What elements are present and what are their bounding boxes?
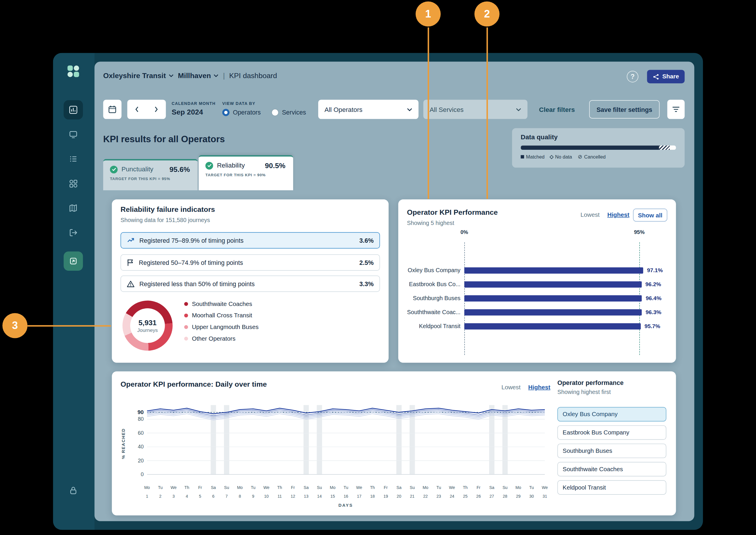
chevron-down-icon bbox=[214, 74, 219, 77]
kpi-bar[interactable] bbox=[464, 295, 642, 301]
operators-radio[interactable]: Operators bbox=[222, 109, 261, 116]
operator-item-oxley[interactable]: Oxley Bus Company bbox=[558, 407, 666, 422]
failure-row-under-50[interactable]: Registered less than 50% of timing point… bbox=[120, 276, 380, 292]
svg-text:21: 21 bbox=[410, 494, 415, 498]
donut-legend-item: Moorhall Cross Transit bbox=[184, 312, 252, 319]
operator-item-souththwaite[interactable]: Souththwaite Coaches bbox=[558, 462, 666, 476]
services-dropdown[interactable]: All Services bbox=[423, 100, 527, 119]
kpi-bar[interactable] bbox=[464, 309, 642, 315]
tab-value: 95.6% bbox=[169, 165, 191, 173]
sidebar-item-list[interactable] bbox=[64, 149, 83, 168]
services-radio[interactable]: Services bbox=[271, 109, 306, 116]
panel-subtitle: Showing highest first bbox=[558, 389, 611, 395]
list-icon bbox=[69, 154, 78, 164]
filter-icon bbox=[672, 106, 680, 113]
save-filter-settings-button[interactable]: Save filter settings bbox=[589, 100, 659, 119]
svg-text:3: 3 bbox=[172, 494, 175, 498]
failure-row-value: 3.6% bbox=[359, 237, 374, 244]
svg-text:Mo: Mo bbox=[237, 485, 243, 490]
svg-text:Th: Th bbox=[184, 485, 189, 490]
svg-text:15: 15 bbox=[330, 494, 335, 498]
svg-text:Su: Su bbox=[410, 485, 415, 490]
trend-up-icon bbox=[127, 237, 135, 244]
svg-text:Su: Su bbox=[502, 485, 507, 490]
sort-lowest[interactable]: Lowest bbox=[580, 211, 599, 218]
svg-text:Su: Su bbox=[317, 485, 322, 490]
legend-dot bbox=[184, 337, 188, 340]
svg-text:Fr: Fr bbox=[291, 485, 295, 490]
operator-item-keldpool[interactable]: Keldpool Transit bbox=[558, 480, 666, 495]
svg-text:28: 28 bbox=[503, 494, 507, 498]
month-pager bbox=[127, 100, 166, 119]
legend-dot bbox=[184, 302, 188, 306]
bar-category-label: Souththwaite Coac... bbox=[398, 309, 460, 316]
legend-cancelled: ⊘Cancelled bbox=[578, 154, 606, 159]
legend-dot bbox=[184, 325, 188, 329]
svg-text:16: 16 bbox=[344, 494, 348, 498]
location-selector[interactable]: Millhaven bbox=[178, 71, 219, 79]
kpi-bar-row: Keldpool Transit 95.7% bbox=[398, 320, 673, 332]
legend-matched: Matched bbox=[521, 154, 545, 159]
location-name: Millhaven bbox=[178, 71, 211, 79]
tab-value: 90.5% bbox=[265, 161, 287, 170]
svg-text:Mo: Mo bbox=[515, 485, 521, 490]
svg-text:Fr: Fr bbox=[477, 485, 481, 490]
kpi-bar[interactable] bbox=[464, 281, 642, 287]
radio-unselected-icon bbox=[271, 109, 279, 116]
svg-text:9: 9 bbox=[252, 494, 254, 498]
svg-text:Su: Su bbox=[224, 485, 229, 490]
donut-center: 5,931 Journeys bbox=[130, 308, 165, 343]
operators-dropdown[interactable]: All Operators bbox=[318, 100, 418, 119]
kpi-bar[interactable] bbox=[464, 323, 641, 329]
chevron-down-icon bbox=[516, 107, 521, 111]
svg-text:14: 14 bbox=[317, 494, 322, 498]
widget-icon bbox=[69, 257, 77, 266]
svg-text:Mo: Mo bbox=[423, 485, 429, 490]
failure-row-75-89[interactable]: Registered 75–89.9% of timing points 3.6… bbox=[120, 232, 380, 249]
calendar-button[interactable] bbox=[103, 100, 122, 119]
failure-row-value: 3.3% bbox=[359, 280, 374, 287]
journeys-donut-chart[interactable]: 5,931 Journeys bbox=[123, 301, 173, 351]
bar-category-label: Oxley Bus Company bbox=[398, 267, 460, 274]
check-icon bbox=[205, 162, 213, 169]
bar-value-label: 97.1% bbox=[647, 267, 663, 273]
donut-legend-item: Souththwaite Coaches bbox=[184, 301, 252, 307]
tab-reliability[interactable]: Reliability 90.5% TARGET FOR THIS KPI = … bbox=[198, 155, 293, 190]
show-all-button[interactable]: Show all bbox=[633, 209, 667, 222]
svg-text:We: We bbox=[263, 485, 269, 490]
daily-performance-card: Operator KPI performance: Daily over tim… bbox=[112, 372, 676, 516]
cancelled-slash-icon: ⊘ bbox=[578, 154, 582, 159]
share-button[interactable]: Share bbox=[647, 70, 684, 83]
svg-text:Th: Th bbox=[463, 485, 468, 490]
clear-filters-link[interactable]: Clear filters bbox=[539, 106, 575, 113]
filter-button[interactable] bbox=[667, 100, 685, 119]
org-selector[interactable]: Oxleyshire Transit bbox=[103, 71, 173, 79]
tab-punctuality[interactable]: Punctuality 95.6% TARGET FOR THIS KPI = … bbox=[103, 159, 198, 190]
next-month-button[interactable] bbox=[147, 100, 166, 119]
operator-item-eastbrook[interactable]: Eastbrook Bus Company bbox=[558, 425, 666, 440]
svg-text:Tu: Tu bbox=[344, 485, 348, 490]
svg-text:Sa: Sa bbox=[211, 485, 216, 490]
bar-chart-icon bbox=[69, 105, 78, 115]
donut-value: 5,931 bbox=[138, 319, 157, 327]
sidebar-item-monitor[interactable] bbox=[64, 125, 83, 144]
prev-month-button[interactable] bbox=[127, 100, 146, 119]
svg-text:Tu: Tu bbox=[529, 485, 534, 490]
failure-row-50-74[interactable]: Registered 50–74.9% of timing points 2.5… bbox=[120, 254, 380, 271]
sidebar-item-logout[interactable] bbox=[64, 223, 83, 242]
operator-item-southburgh[interactable]: Southburgh Buses bbox=[558, 443, 666, 458]
sidebar-item-shapes[interactable] bbox=[64, 174, 83, 193]
svg-text:0: 0 bbox=[141, 471, 144, 477]
annotation-line-2 bbox=[487, 27, 488, 199]
panel-title: Operator performance bbox=[558, 379, 623, 386]
sidebar-item-map[interactable] bbox=[64, 198, 83, 218]
sidebar-item-lock[interactable] bbox=[64, 481, 83, 500]
svg-text:24: 24 bbox=[450, 494, 454, 498]
sidebar-item-widget[interactable] bbox=[64, 251, 83, 271]
svg-text:Fr: Fr bbox=[384, 485, 388, 490]
sidebar-item-dashboard[interactable] bbox=[64, 100, 83, 120]
sort-highest[interactable]: Highest bbox=[607, 211, 629, 218]
kpi-bar[interactable] bbox=[464, 267, 643, 273]
help-button[interactable]: ? bbox=[627, 71, 638, 82]
chevron-down-icon bbox=[407, 107, 412, 111]
